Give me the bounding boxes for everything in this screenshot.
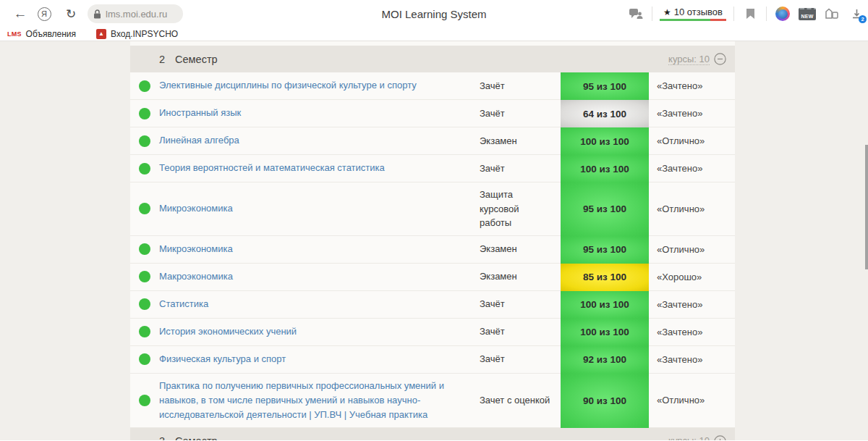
assessment-type: Зачёт bbox=[480, 155, 561, 182]
status-dot-icon bbox=[139, 203, 150, 214]
url-text: lms.moi.edu.ru bbox=[106, 9, 167, 20]
refresh-button[interactable]: ↻ bbox=[61, 0, 81, 28]
browser-toolbar: ← Я ↻ lms.moi.edu.ru MOI Learning System… bbox=[0, 0, 868, 28]
collapse-icon[interactable] bbox=[714, 53, 726, 65]
course-title-link[interactable]: Физическая культура и спорт bbox=[159, 352, 286, 366]
score-badge: 100 из 100 bbox=[561, 319, 649, 346]
back-button[interactable]: ← bbox=[10, 0, 30, 28]
status-dot-icon bbox=[139, 135, 150, 147]
status-dot-icon bbox=[139, 353, 150, 365]
rating-bar bbox=[660, 19, 726, 21]
address-bar[interactable]: lms.moi.edu.ru bbox=[88, 4, 183, 23]
score-badge: 100 из 100 bbox=[561, 127, 649, 155]
courses-count-link[interactable]: курсы: 10 bbox=[668, 435, 710, 440]
grade-text: «Отлично» bbox=[649, 127, 735, 155]
courses-count-link[interactable]: курсы: 10 bbox=[668, 54, 710, 65]
course-title-link[interactable]: Микроэкономика bbox=[159, 201, 233, 216]
course-title-cell: Физическая культура и спорт bbox=[159, 346, 480, 374]
course-status-cell bbox=[130, 374, 159, 428]
new-extension-icon[interactable]: NEW bbox=[799, 3, 816, 25]
course-title-link[interactable]: Макроэкономика bbox=[159, 269, 233, 284]
course-status-cell bbox=[130, 72, 159, 100]
course-row: Иностранный язык Зачёт 64 из 100 «Зачтен… bbox=[130, 100, 735, 127]
reviews-label: 10 отзывов bbox=[674, 7, 723, 17]
semester-label: Семестр bbox=[175, 435, 218, 440]
semester-label: Семестр bbox=[175, 54, 218, 65]
score-badge: 92 из 100 bbox=[561, 346, 649, 374]
yandex-logo-button[interactable]: Я bbox=[35, 0, 54, 28]
course-title-link[interactable]: Микроэкономика bbox=[159, 242, 233, 256]
course-row: Линейная алгебра Экзамен 100 из 100 «Отл… bbox=[130, 127, 735, 155]
assessment-type: Зачет с оценкой bbox=[480, 374, 561, 428]
course-row: История экономических учений Зачёт 100 и… bbox=[130, 319, 735, 346]
lms-favicon: LMS bbox=[7, 30, 22, 38]
grade-text: «Отлично» bbox=[649, 374, 735, 428]
star-icon: ★ bbox=[663, 7, 671, 17]
status-dot-icon bbox=[139, 108, 150, 119]
course-status-cell bbox=[130, 100, 159, 127]
course-title-link[interactable]: Теория вероятностей и математическая ста… bbox=[159, 161, 385, 175]
extension-circle-icon[interactable] bbox=[774, 3, 791, 25]
course-status-cell bbox=[130, 155, 159, 182]
score-badge: 100 из 100 bbox=[561, 291, 649, 319]
assessment-type: Экзамен bbox=[480, 127, 561, 155]
inpsycho-favicon: ▲ bbox=[96, 29, 106, 39]
expand-icon[interactable] bbox=[714, 435, 726, 440]
grade-text: «Зачтено» bbox=[649, 291, 735, 319]
course-row: Теория вероятностей и математическая ста… bbox=[130, 155, 735, 182]
lms-page: 2 Семестр курсы: 10 Элективные дисциплин… bbox=[0, 41, 868, 440]
course-title-cell: Практика по получению первичных професси… bbox=[159, 374, 480, 428]
course-title-link[interactable]: Иностранный язык bbox=[159, 106, 241, 120]
protect-icon[interactable] bbox=[627, 3, 644, 25]
semester-number: 3 bbox=[159, 435, 165, 440]
course-status-cell bbox=[130, 319, 159, 346]
course-title-cell: Макроэкономика bbox=[159, 264, 480, 291]
bookmark-item-announcements[interactable]: LMS Объявления bbox=[7, 29, 76, 39]
course-title-link[interactable]: История экономических учений bbox=[159, 324, 297, 339]
collections-icon[interactable] bbox=[823, 3, 841, 25]
course-row: Элективные дисциплины по физической куль… bbox=[130, 72, 735, 100]
course-title-link[interactable]: Практика по получению первичных професси… bbox=[159, 379, 480, 422]
course-row: Микроэкономика Защита курсовой работы 95… bbox=[130, 182, 735, 236]
course-row: Статистика Зачёт 100 из 100 «Зачтено» bbox=[130, 291, 735, 319]
status-dot-icon bbox=[139, 80, 150, 92]
bookmark-flag-icon[interactable] bbox=[741, 3, 759, 25]
course-title-cell: История экономических учений bbox=[159, 319, 480, 346]
semester-2-header: 2 Семестр курсы: 10 bbox=[130, 46, 735, 72]
assessment-type: Зачёт bbox=[480, 72, 561, 100]
semester-3-header: 3 Семестр курсы: 10 bbox=[130, 428, 735, 440]
course-status-cell bbox=[130, 264, 159, 291]
course-title-link[interactable]: Линейная алгебра bbox=[159, 133, 239, 148]
divider bbox=[652, 7, 652, 21]
course-row: Физическая культура и спорт Зачёт 92 из … bbox=[130, 346, 735, 374]
course-title-cell: Статистика bbox=[159, 291, 480, 319]
bookmark-item-inpsycho[interactable]: ▲ Вход.INPSYCHO bbox=[96, 29, 178, 39]
assessment-type: Зачёт bbox=[480, 100, 561, 127]
assessment-type: Экзамен bbox=[480, 236, 561, 264]
grade-text: «Зачтено» bbox=[649, 319, 735, 346]
status-dot-icon bbox=[139, 326, 150, 337]
divider bbox=[766, 7, 767, 21]
lock-icon bbox=[93, 9, 101, 19]
score-badge: 90 из 100 bbox=[561, 374, 649, 428]
grade-text: «Отлично» bbox=[649, 236, 735, 264]
assessment-type: Зачёт bbox=[480, 346, 561, 374]
course-title-link[interactable]: Статистика bbox=[159, 297, 208, 311]
course-row: Практика по получению первичных професси… bbox=[130, 374, 735, 428]
status-dot-icon bbox=[139, 298, 150, 310]
course-row: Микроэкономика Экзамен 95 из 100 «Отличн… bbox=[130, 236, 735, 264]
score-badge: 100 из 100 bbox=[561, 155, 649, 182]
grade-text: «Отлично» bbox=[649, 182, 735, 236]
score-badge: 95 из 100 bbox=[561, 182, 649, 236]
assessment-type: Защита курсовой работы bbox=[480, 182, 561, 236]
reviews-button[interactable]: ★ 10 отзывов bbox=[660, 7, 726, 21]
score-badge: 95 из 100 bbox=[561, 236, 649, 264]
course-title-link[interactable]: Элективные дисциплины по физической куль… bbox=[159, 78, 417, 93]
assessment-type: Зачёт bbox=[480, 319, 561, 346]
score-badge: 64 из 100 bbox=[561, 100, 649, 127]
course-status-cell bbox=[130, 346, 159, 374]
rating-red-segment bbox=[710, 19, 726, 21]
scrollbar-thumb[interactable] bbox=[865, 145, 868, 269]
downloads-button[interactable]: 2 bbox=[848, 3, 865, 25]
course-title-cell: Иностранный язык bbox=[159, 100, 480, 127]
